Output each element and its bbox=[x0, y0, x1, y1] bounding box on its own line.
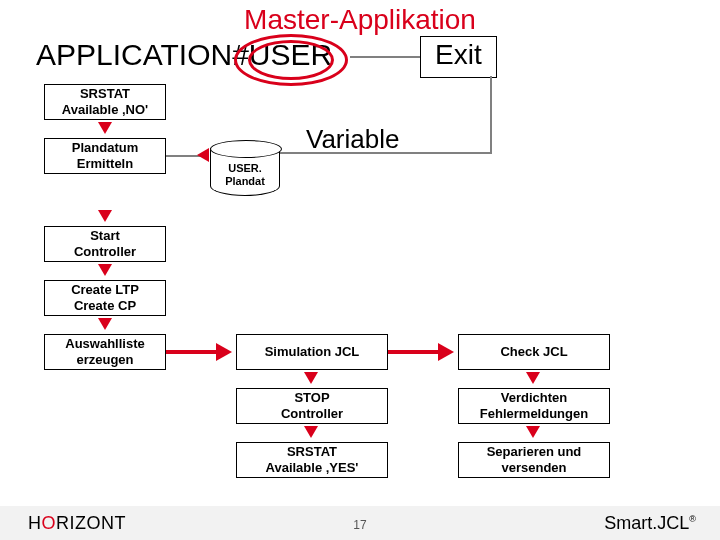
arrow-left-icon bbox=[197, 148, 209, 162]
footer-brand-right: Smart.JCL® bbox=[604, 513, 696, 534]
text-line: erzeugen bbox=[45, 352, 165, 368]
box-stop-controller: STOP Controller bbox=[236, 388, 388, 424]
text-line: Start bbox=[45, 228, 165, 244]
text-line: Auswahlliste bbox=[45, 336, 165, 352]
box-verdichten: Verdichten Fehlermeldungen bbox=[458, 388, 610, 424]
text-line: Fehlermeldungen bbox=[459, 406, 609, 422]
arrow-down-icon bbox=[98, 264, 112, 276]
connector-line bbox=[490, 76, 492, 154]
box-auswahlliste: Auswahlliste erzeugen bbox=[44, 334, 166, 370]
exit-label: Exit bbox=[435, 39, 482, 70]
text-line: Create LTP bbox=[45, 282, 165, 298]
text-line: versenden bbox=[459, 460, 609, 476]
arrow-down-icon bbox=[98, 210, 112, 222]
box-plandatum: Plandatum Ermitteln bbox=[44, 138, 166, 174]
text-line: Verdichten bbox=[459, 390, 609, 406]
box-start-controller: Start Controller bbox=[44, 226, 166, 262]
box-simulation-jcl: Simulation JCL bbox=[236, 334, 388, 370]
arrow-right-icon bbox=[438, 343, 454, 361]
db-top-ellipse bbox=[210, 140, 282, 158]
text-line: Simulation JCL bbox=[237, 344, 387, 360]
arrow-down-icon bbox=[98, 318, 112, 330]
text-line: Controller bbox=[237, 406, 387, 422]
arrow-down-icon bbox=[304, 426, 318, 438]
box-create-ltp-cp: Create LTP Create CP bbox=[44, 280, 166, 316]
brand-part: .JCL bbox=[652, 513, 689, 533]
text-line: SRSTAT bbox=[45, 86, 165, 102]
box-srstat-yes: SRSTAT Available ‚YES' bbox=[236, 442, 388, 478]
exit-box: Exit bbox=[420, 36, 497, 78]
text-line: STOP bbox=[237, 390, 387, 406]
slide-title: Master-Applikation bbox=[0, 4, 720, 36]
arrow-down-icon bbox=[526, 372, 540, 384]
text-line: Separieren und bbox=[459, 444, 609, 460]
text-line: Check JCL bbox=[459, 344, 609, 360]
box-separieren: Separieren und versenden bbox=[458, 442, 610, 478]
text-line: Available ‚NO' bbox=[45, 102, 165, 118]
arrow-right-icon bbox=[216, 343, 232, 361]
box-srstat-no: SRSTAT Available ‚NO' bbox=[44, 84, 166, 120]
arrow-down-icon bbox=[526, 426, 540, 438]
text-line: Create CP bbox=[45, 298, 165, 314]
db-label-1: USER. bbox=[211, 162, 279, 175]
text-line: Controller bbox=[45, 244, 165, 260]
box-check-jcl: Check JCL bbox=[458, 334, 610, 370]
connector-line bbox=[388, 350, 438, 354]
arrow-down-icon bbox=[304, 372, 318, 384]
variable-label: Variable bbox=[306, 124, 399, 155]
connector-line bbox=[166, 350, 216, 354]
highlight-oval-inner bbox=[248, 40, 334, 80]
text-line: Ermitteln bbox=[45, 156, 165, 172]
connector-line bbox=[350, 56, 420, 58]
database-cylinder: USER. Plandat bbox=[210, 140, 280, 196]
brand-part: Smart bbox=[604, 513, 652, 533]
registered-icon: ® bbox=[689, 514, 696, 524]
arrow-down-icon bbox=[98, 122, 112, 134]
db-label-2: Plandat bbox=[211, 175, 279, 188]
text-line: Available ‚YES' bbox=[237, 460, 387, 476]
text-line: SRSTAT bbox=[237, 444, 387, 460]
text-line: Plandatum bbox=[45, 140, 165, 156]
